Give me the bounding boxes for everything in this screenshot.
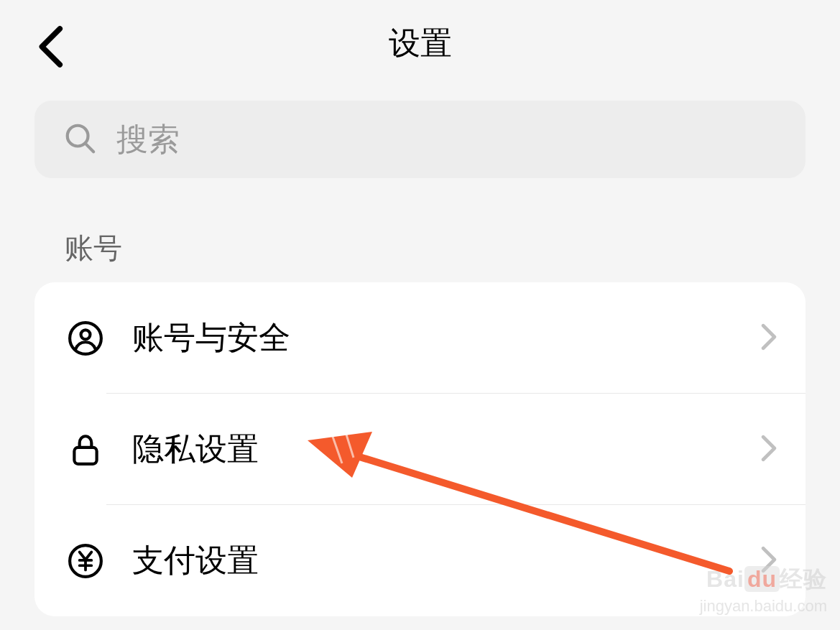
list-item-label: 支付设置 bbox=[132, 539, 761, 582]
list-item-privacy[interactable]: 隐私设置 bbox=[34, 394, 806, 505]
search-bar[interactable]: 搜索 bbox=[34, 101, 806, 178]
chevron-right-icon bbox=[761, 435, 777, 465]
back-button[interactable] bbox=[36, 25, 65, 71]
search-icon bbox=[63, 121, 96, 157]
page-title: 设置 bbox=[389, 22, 452, 65]
chevron-right-icon bbox=[761, 546, 777, 576]
list-item-label: 账号与安全 bbox=[132, 317, 761, 359]
chevron-right-icon bbox=[761, 323, 777, 353]
lock-icon bbox=[63, 432, 108, 468]
chevron-left-icon bbox=[36, 25, 65, 68]
svg-point-3 bbox=[81, 330, 91, 339]
list-item-account-security[interactable]: 账号与安全 bbox=[34, 282, 806, 394]
yen-circle-icon bbox=[63, 543, 108, 579]
svg-rect-4 bbox=[74, 447, 96, 463]
list-item-payment[interactable]: 支付设置 bbox=[34, 505, 806, 616]
settings-list: 账号与安全 隐私设置 支付设置 bbox=[34, 282, 806, 616]
section-header-account: 账号 bbox=[65, 228, 806, 268]
svg-line-1 bbox=[86, 144, 94, 152]
search-placeholder: 搜索 bbox=[116, 119, 180, 161]
list-item-label: 隐私设置 bbox=[132, 428, 761, 471]
person-circle-icon bbox=[63, 320, 108, 356]
